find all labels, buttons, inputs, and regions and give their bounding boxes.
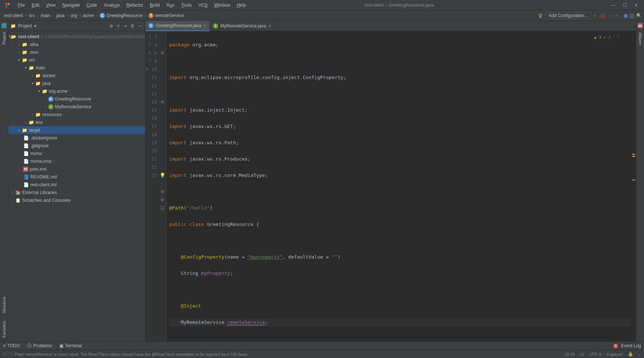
close-icon[interactable]: ✕ — [634, 3, 638, 8]
add-configuration-button[interactable]: Add Configuration... — [545, 12, 591, 19]
fold-icon[interactable]: ⊟ — [161, 98, 164, 106]
intention-bulb-icon[interactable]: 💡 — [160, 171, 165, 180]
status-message: Field 'remoteService' is never used. The… — [15, 352, 564, 357]
expand-all-icon[interactable]: ≡ — [117, 23, 119, 29]
menu-navigate[interactable]: Navigate — [59, 1, 83, 9]
minimize-icon[interactable]: — — [611, 3, 615, 8]
next-highlight-icon[interactable]: ˅ — [617, 33, 620, 42]
svg-rect-1 — [5, 3, 7, 5]
maven-tab-icon[interactable]: m — [638, 23, 643, 28]
prev-highlight-icon[interactable]: ˄ — [613, 33, 615, 42]
terminal-tool-tab[interactable]: ▣ Terminal — [59, 343, 82, 348]
tree-item-target: ›📁target — [8, 126, 145, 134]
check-icon: ✔ — [604, 33, 606, 42]
error-stripe[interactable] — [631, 31, 636, 341]
svg-rect-3 — [5, 6, 7, 7]
menu-help[interactable]: Help — [234, 1, 249, 9]
fold-plus-icon[interactable]: + — [161, 206, 164, 210]
crumb-src[interactable]: src — [27, 12, 36, 19]
maximize-icon[interactable]: ☐ — [623, 3, 627, 8]
todo-tool-tab[interactable]: ≡ TODO — [3, 343, 20, 348]
right-tool-tabs: m Maven — [636, 21, 644, 341]
crumb-class[interactable]: CGreetingResource — [98, 12, 144, 19]
fold-end-icon[interactable]: ⊟ — [161, 196, 164, 204]
code-body[interactable]: package org.acme; import org.eclipse.mic… — [166, 31, 631, 341]
warning-icon: ▲ — [594, 33, 597, 42]
editor-tabs: C GreetingResource.java × I MyRemoteServ… — [145, 21, 636, 31]
select-opened-file-icon[interactable]: ⊕ — [109, 23, 113, 29]
encoding[interactable]: UTF-8 — [590, 352, 601, 357]
line-ending[interactable]: LF — [580, 352, 585, 357]
breadcrumbs: rest-client› src› main› java› org› acme›… — [2, 12, 538, 19]
project-view-label[interactable]: Project — [18, 23, 32, 29]
collapse-all-icon[interactable]: ⇥ — [123, 23, 127, 29]
menu-code[interactable]: Code — [83, 1, 100, 9]
title-bar: File Edit View Navigate Code Analyze Ref… — [0, 0, 644, 10]
layout-icon[interactable]: ▣ — [624, 13, 628, 18]
project-tab-icon[interactable] — [1, 23, 7, 28]
settings-icon[interactable]: ⚙ — [131, 23, 135, 29]
menu-analyze[interactable]: Analyze — [101, 1, 123, 9]
window-controls: — ☐ ✕ — [605, 3, 644, 8]
svg-rect-2 — [8, 3, 10, 5]
menu-build[interactable]: Build — [147, 1, 163, 9]
project-view-icon: 📁 — [10, 23, 16, 29]
memory-indicator-icon[interactable]: ⎃ — [638, 352, 641, 357]
split-icon[interactable]: ◫ — [630, 13, 634, 18]
problems-tool-tab[interactable]: ⓘ Problems — [27, 343, 52, 349]
fold-icon[interactable]: ⊟ — [161, 188, 164, 196]
menu-file[interactable]: File — [15, 1, 28, 9]
line-numbers: 1 2 3 4 5 6 7 8 9 10 11 12 13 14 15 16 1… — [145, 31, 159, 341]
chevron-down-icon[interactable]: ▾ — [34, 23, 36, 29]
fold-icon[interactable]: ⊟ — [161, 49, 164, 57]
editor-tab-label: GreetingResource.java — [156, 23, 201, 28]
event-log-tab[interactable]: 2Event Log — [613, 343, 641, 348]
crumb-java[interactable]: java — [55, 12, 66, 19]
gutter: 1 2 3 4 5 6 7 8 9 10 11 12 13 14 15 16 1… — [145, 31, 166, 341]
editor-tab-greeting[interactable]: C GreetingResource.java × — [145, 21, 210, 31]
project-tool-tab[interactable]: Project — [1, 28, 7, 48]
close-tab-icon[interactable]: × — [268, 23, 271, 29]
favorites-tool-tab[interactable]: Favorites — [1, 317, 7, 341]
project-tool-header: 📁 Project ▾ ⊕ ≡ ⇥ ⚙ — — [8, 21, 145, 31]
project-tree[interactable]: ▾📂rest-client C:\Users\Jeff\work\src\tmp… — [8, 31, 145, 341]
debug-icon[interactable]: 🐞 — [600, 13, 605, 18]
menu-vcs[interactable]: VCS — [196, 1, 211, 9]
crumb-field[interactable]: fremoteService — [147, 12, 185, 19]
search-everywhere-icon[interactable]: 🔍 — [636, 13, 642, 18]
menu-view[interactable]: View — [43, 1, 59, 9]
inspections-widget[interactable]: ▲3 ✔1 ˄ ˅ — [594, 33, 620, 42]
build-icon[interactable] — [538, 13, 543, 18]
menu-refactor[interactable]: Refactor — [124, 1, 146, 9]
hide-tool-icon[interactable]: — — [138, 23, 143, 29]
stop-icon[interactable]: ■ — [615, 13, 618, 18]
crumb-acme[interactable]: acme — [81, 12, 95, 19]
crumb-project[interactable]: rest-client — [2, 12, 24, 19]
project-sidebar: 📁 Project ▾ ⊕ ≡ ⇥ ⚙ — ▾📂rest-client C:\U… — [8, 21, 145, 341]
crumb-org[interactable]: org — [69, 12, 78, 19]
menu-edit[interactable]: Edit — [29, 1, 42, 9]
close-tab-icon[interactable]: × — [204, 23, 207, 29]
menu-window[interactable]: Window — [211, 1, 233, 9]
crumb-main[interactable]: main — [39, 12, 52, 19]
processes-icon[interactable]: ◌ — [9, 352, 13, 357]
run-icon[interactable]: ▶ — [594, 13, 597, 18]
menu-run[interactable]: Run — [164, 1, 178, 9]
chevron-right-icon: › — [25, 13, 27, 18]
structure-tool-tab[interactable]: Structure — [1, 293, 7, 317]
indent[interactable]: 4 spaces — [607, 352, 623, 357]
coverage-icon[interactable]: ⤾ — [608, 13, 612, 18]
window-title: rest-client – GreetingResource.java — [193, 3, 605, 8]
editor-area: C GreetingResource.java × I MyRemoteServ… — [145, 21, 636, 341]
tool-window-toggle-icon[interactable]: ▢ — [3, 352, 7, 357]
editor-tab-label: MyRemoteService.java — [220, 23, 266, 29]
cursor-position[interactable]: 18:23 — [564, 352, 575, 357]
menu-bar: File Edit View Navigate Code Analyze Ref… — [15, 1, 249, 9]
editor-tab-remote[interactable]: I MyRemoteService.java × — [210, 21, 275, 31]
menu-tools[interactable]: Tools — [178, 1, 195, 9]
gutter-icons: ⊟ ⊟ 💡 ⊟ ⊟ + — [159, 31, 166, 341]
readonly-toggle-icon[interactable]: 🔓 — [628, 352, 633, 357]
maven-tool-tab[interactable]: Maven — [637, 29, 643, 49]
code-editor[interactable]: 1 2 3 4 5 6 7 8 9 10 11 12 13 14 15 16 1… — [145, 31, 636, 341]
left-tool-tabs: Project Structure Favorites — [0, 21, 8, 341]
